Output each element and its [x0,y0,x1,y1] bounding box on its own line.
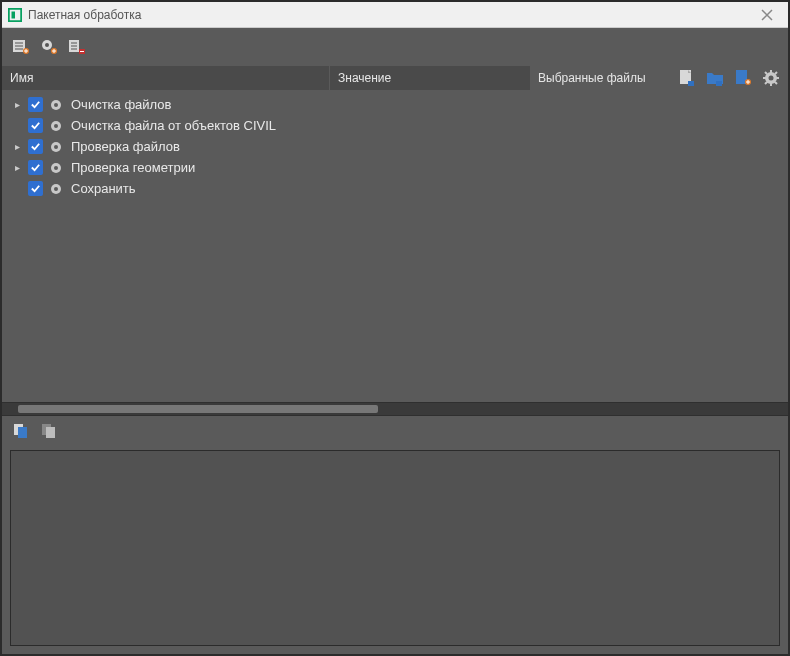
copy-icon[interactable] [12,422,30,440]
svg-point-23 [54,166,58,170]
svg-point-21 [54,145,58,149]
svg-point-19 [54,124,58,128]
svg-rect-11 [716,81,722,86]
expand-icon[interactable]: ▸ [12,99,22,110]
window-title: Пакетная обработка [28,8,752,22]
grid-header: Имя Значение Выбранные файлы [2,66,788,90]
tree-item-label: Сохранить [69,181,136,196]
horizontal-scrollbar[interactable] [2,402,788,416]
gear-icon [49,161,63,175]
checkbox[interactable] [28,139,43,154]
checkbox[interactable] [28,97,43,112]
svg-point-5 [45,43,49,47]
tree-item-label: Очистка файлов [69,97,171,112]
column-header-name[interactable]: Имя [2,66,330,90]
svg-rect-30 [18,427,27,438]
folder-icon[interactable] [706,69,724,87]
titlebar: Пакетная обработка [2,2,788,28]
gear-add-icon[interactable] [40,38,58,56]
gear-icon [49,119,63,133]
app-icon [8,8,22,22]
svg-point-17 [54,103,58,107]
window-close-button[interactable] [752,4,782,26]
copy-alt-icon[interactable] [40,422,58,440]
tree-row[interactable]: Очистка файла от объектов CIVIL [2,115,788,136]
selected-files-label: Выбранные файлы [538,71,670,85]
tree-row[interactable]: ▸ Проверка файлов [2,136,788,157]
checkbox[interactable] [28,160,43,175]
tree-row[interactable]: ▸ Проверка геометрии [2,157,788,178]
svg-rect-10 [688,81,694,86]
gear-icon [49,98,63,112]
tree-row[interactable]: ▸ Очистка файлов [2,94,788,115]
tree-row[interactable]: Сохранить [2,178,788,199]
list-icon[interactable] [12,38,30,56]
file-add-icon[interactable] [734,69,752,87]
svg-point-15 [769,76,774,81]
column-header-value[interactable]: Значение [330,66,530,90]
expand-icon[interactable]: ▸ [12,141,22,152]
expand-icon[interactable]: ▸ [12,162,22,173]
scrollbar-thumb[interactable] [18,405,378,413]
tree-item-label: Очистка файла от объектов CIVIL [69,118,276,133]
checkbox[interactable] [28,181,43,196]
gear-icon [49,140,63,154]
checkbox[interactable] [28,118,43,133]
tree-item-label: Проверка геометрии [69,160,195,175]
gear-icon [49,182,63,196]
top-toolbar [2,28,788,66]
settings-gear-icon[interactable] [762,69,780,87]
file-icon[interactable] [678,69,696,87]
task-tree: ▸ Очистка файлов Очистка файла от объект… [2,90,788,203]
svg-rect-32 [46,427,55,438]
svg-point-25 [54,187,58,191]
svg-rect-1 [12,11,16,18]
bottom-toolbar [2,416,788,446]
output-pane [10,450,780,646]
list-remove-icon[interactable] [68,38,86,56]
tree-item-label: Проверка файлов [69,139,180,154]
